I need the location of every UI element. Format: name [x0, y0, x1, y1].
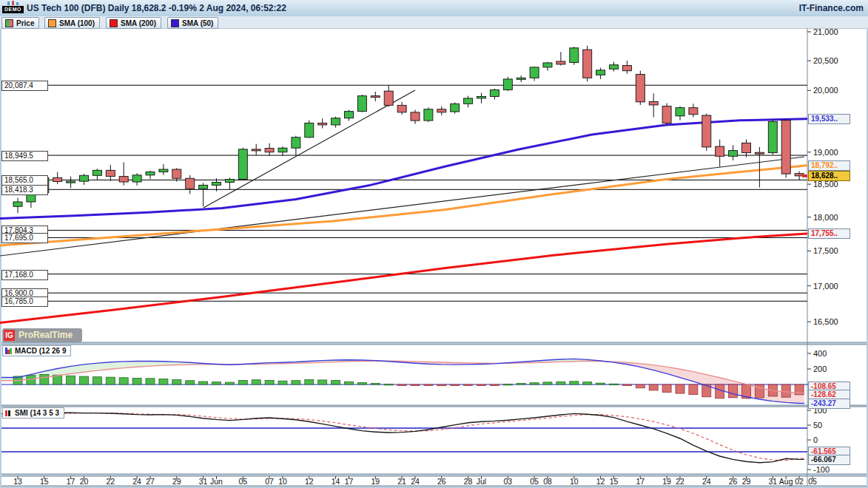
macd-histogram-bar: [67, 376, 75, 384]
x-tick-label: Jun: [210, 477, 223, 486]
sma200-color-chip-icon: [110, 19, 118, 27]
x-tick-label: 12: [305, 477, 314, 486]
candle-body: [716, 146, 724, 156]
sma100-color-chip-icon: [48, 19, 56, 27]
macd-histogram-bar: [225, 382, 234, 384]
candle-body: [583, 50, 592, 78]
candle-body: [477, 96, 486, 98]
level-price-label: 18,418.3: [1, 185, 48, 195]
macd-icon: [5, 348, 13, 354]
level-price-label: 18,565.0: [1, 175, 48, 186]
candle-body: [636, 75, 645, 102]
candle-body: [13, 202, 22, 206]
x-tick-label: 31: [199, 477, 208, 486]
sma50-color-chip-icon: [171, 19, 179, 27]
macd-indicator-header[interactable]: MACD (12 26 9: [2, 345, 71, 356]
chart-canvas[interactable]: 21,00020,50020,00019,00018,50018,00017,5…: [0, 0, 868, 488]
macd-histogram-bar: [676, 384, 684, 393]
macd-histogram-bar: [265, 380, 274, 384]
x-tick-label: 03: [503, 477, 512, 486]
candle-body: [596, 70, 605, 75]
legend-sma50-button[interactable]: SMA (50): [167, 17, 218, 29]
level-price-label: 18,949.5: [1, 151, 48, 161]
macd-histogram-bar: [503, 384, 512, 385]
x-tick-label: 31: [768, 477, 777, 486]
x-tick-label: 02: [795, 477, 804, 486]
macd-histogram-bar: [305, 379, 314, 384]
price-value-marker: 17,755..: [808, 228, 850, 239]
x-tick-label: 08: [543, 477, 552, 486]
smi-indicator-header[interactable]: SMI (14 3 5 3: [2, 407, 64, 418]
candle-body: [225, 180, 234, 183]
legend-sma200-button[interactable]: SMA (200): [106, 17, 161, 29]
level-price-label: 16,785.0: [1, 296, 48, 307]
candle-body: [490, 90, 499, 97]
candle-body: [332, 118, 340, 125]
price-value-marker: 19,533..: [808, 114, 850, 124]
candle-body: [768, 121, 777, 152]
candle-body: [278, 148, 287, 152]
macd-histogram-bar: [424, 384, 433, 386]
macd-histogram-bar: [80, 376, 89, 384]
candle-body: [530, 67, 539, 78]
x-tick-label: 10: [278, 477, 287, 486]
legend-sma200-label: SMA (200): [121, 19, 156, 27]
candle-body: [622, 66, 631, 71]
x-tick-label: 26: [729, 477, 738, 486]
candle-body: [252, 149, 260, 151]
legend-price-button[interactable]: Price: [1, 17, 39, 29]
x-tick-label: 29: [742, 477, 751, 486]
macd-histogram-bar: [583, 382, 592, 384]
candle-body: [702, 115, 711, 147]
x-tick-label: Jul: [477, 477, 486, 486]
macd-histogram-bar: [596, 383, 605, 384]
legend-sma100-button[interactable]: SMA (100): [44, 17, 100, 29]
candle-body: [742, 143, 751, 152]
macd-histogram-bar: [543, 382, 552, 384]
macd-histogram-bar: [477, 384, 486, 386]
candle-body: [371, 96, 380, 98]
candle-body: [424, 109, 433, 121]
macd-histogram-bar: [371, 384, 380, 385]
smi-panel: [1, 407, 867, 474]
macd-histogram-bar: [437, 384, 446, 386]
candle-body: [451, 104, 460, 112]
macd-tick-label: 200: [813, 365, 827, 373]
it-finance-brand: IT-Finance.com: [799, 3, 864, 13]
macd-tick-label: 400: [813, 349, 827, 358]
x-tick-label: 22: [106, 477, 115, 486]
macd-histogram-bar: [464, 384, 473, 386]
candle-body: [92, 170, 101, 175]
candle-body: [132, 175, 141, 182]
candle-body: [517, 78, 525, 79]
legend-sma50-label: SMA (50): [182, 19, 213, 27]
macd-histogram-bar: [530, 383, 539, 384]
candle-body: [781, 121, 790, 174]
macd-histogram-bar: [610, 384, 619, 385]
macd-histogram-bar: [159, 379, 168, 384]
macd-histogram-bar: [716, 384, 724, 399]
macd-histogram-bar: [199, 382, 208, 384]
price-tick-label: 17,500: [813, 246, 838, 255]
candle-body: [556, 61, 565, 64]
candle-body: [729, 151, 738, 157]
smi-label: SMI (14 3 5 3: [15, 409, 59, 417]
smi-tick-label: 50: [813, 421, 822, 430]
macd-histogram-bar: [106, 377, 115, 384]
macd-value-marker: -243.27: [808, 399, 850, 409]
macd-histogram-bar: [119, 378, 128, 384]
x-tick-label: 20: [80, 477, 89, 486]
macd-histogram-bar: [636, 384, 645, 388]
price-color-chip-icon: [5, 19, 13, 27]
x-tick-label: 05: [238, 477, 247, 486]
x-tick-label: 28: [464, 477, 473, 486]
price-tick-label: 19,000: [813, 148, 838, 157]
candle-body: [357, 96, 366, 112]
x-tick-label: 05: [530, 477, 539, 486]
macd-histogram-bar: [357, 382, 366, 384]
x-tick-label: 05: [808, 477, 817, 486]
smi-tick-label: -100: [813, 465, 830, 474]
macd-histogram-bar: [556, 382, 565, 384]
x-tick-label: 17: [345, 477, 354, 486]
candle-body: [305, 123, 314, 137]
